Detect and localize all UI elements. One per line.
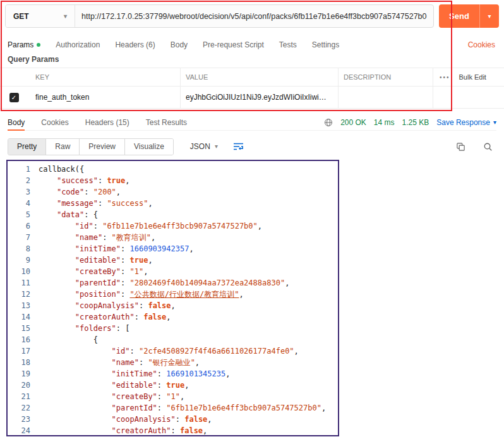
request-url-row: GET ▾ http://172.17.0.25:37799/webroot/d… [5,4,499,28]
column-header-description: DESCRIPTION [338,68,433,86]
response-status-area: 200 OK 14 ms 1.25 KB Save Response ▾ [324,118,496,127]
column-header-key: KEY [28,73,180,81]
line-number-gutter: 123456789101112131415161718192021222324 [8,164,30,435]
code-line: callback({ [39,164,326,175]
response-body-viewer[interactable]: 123456789101112131415161718192021222324 … [6,160,339,436]
line-number: 8 [8,243,30,254]
code-line: "message": "success", [39,198,326,209]
view-tab-pretty[interactable]: Pretty [8,139,46,155]
code-line: "data": { [39,209,326,220]
response-tab-cookies[interactable]: Cookies [41,115,68,131]
params-active-dot-icon [37,43,40,47]
tab-authorization[interactable]: Authorization [56,40,100,49]
chevron-down-icon: ▾ [493,119,496,126]
send-options-button[interactable]: ▾ [479,4,499,28]
code-line: "editable": true, [39,380,326,391]
format-label: JSON [190,142,210,151]
line-number: 22 [8,402,30,414]
code-line: { [39,334,326,345]
response-toolbar-icons [456,142,496,152]
view-mode-segmented-control: Pretty Raw Preview Visualize [8,138,174,155]
line-number: 17 [8,345,30,357]
bulk-edit-button[interactable]: Bulk Edit [459,73,486,81]
code-line: "parentId": "2802469f40b14094aa7372ea248… [39,277,326,289]
chevron-down-icon: ▾ [215,143,218,150]
line-number: 23 [8,414,30,425]
send-button[interactable]: Send [439,4,479,28]
response-tabs-bar: Body Cookies Headers (15) Test Results 2… [8,115,496,131]
code-line: "folders": [ [39,323,326,334]
response-time: 14 ms [374,118,395,127]
line-number: 19 [8,368,30,380]
line-number: 6 [8,220,30,232]
save-response-button[interactable]: Save Response ▾ [436,118,496,127]
view-tab-raw[interactable]: Raw [46,139,80,155]
response-tab-headers[interactable]: Headers (15) [85,115,129,131]
cookies-link[interactable]: Cookies [468,40,495,49]
chevron-down-icon: ▾ [64,13,67,20]
query-params-header-row: KEY VALUE DESCRIPTION ••• Bulk Edit [0,68,504,87]
line-number: 20 [8,380,30,391]
param-value-text: eyJhbGciOiJIUzI1NiJ9.eyJzdWIiOiIxIiwi… [186,93,327,102]
method-dropdown[interactable]: GET ▾ [6,5,75,27]
wrap-lines-icon[interactable] [233,142,244,151]
postman-window: GET ▾ http://172.17.0.25:37799/webroot/d… [0,0,504,437]
code-line: "id": "6fb11e7b1e6e4ff3bcb907a5747527b0"… [39,220,326,232]
code-line: "coopAnalysis": false, [39,414,326,425]
save-response-label: Save Response [436,118,490,127]
globe-icon [324,118,333,127]
code-line: "id": "2cfe4508927f4f46a6611026177a4fe0"… [39,345,326,357]
tab-headers[interactable]: Headers (6) [115,40,155,49]
line-number: 7 [8,232,30,243]
param-description-field[interactable] [338,87,433,108]
row-actions-cell [433,87,504,108]
tab-body[interactable]: Body [171,40,188,49]
code-line: "coopAnalysis": false, [39,300,326,311]
search-icon[interactable] [483,142,493,152]
more-options-icon[interactable]: ••• [440,74,450,81]
code-line: "success": true, [39,175,326,186]
send-button-group: Send ▾ [439,4,499,28]
format-dropdown[interactable]: JSON ▾ [190,142,218,151]
line-number: 9 [8,254,30,266]
url-input[interactable]: http://172.17.0.25:37799/webroot/decisio… [75,5,433,27]
code-line: "initTime": 1660903942357, [39,243,326,254]
line-number: 12 [8,289,30,300]
line-number: 15 [8,323,30,334]
response-tab-body[interactable]: Body [8,115,25,131]
line-number: 2 [8,175,30,186]
tab-params[interactable]: Params [8,40,40,49]
tab-pre-request-script[interactable]: Pre-request Script [203,40,264,49]
code-line: "createBy": "1", [39,391,326,402]
line-number: 13 [8,300,30,311]
code-line: "parentId": "6fb11e7b1e6e4ff3bcb907a5747… [39,402,326,414]
response-tab-test-results[interactable]: Test Results [146,115,187,131]
copy-icon[interactable] [456,142,465,152]
url-bar: GET ▾ http://172.17.0.25:37799/webroot/d… [5,4,434,28]
code-line: "creatorAuth": false, [39,311,326,323]
line-number: 24 [8,425,30,436]
query-param-row: ✓ fine_auth_token eyJhbGciOiJIUzI1NiJ9.e… [0,87,504,109]
tab-settings[interactable]: Settings [312,40,339,49]
line-number: 18 [8,357,30,368]
code-line: "creatorAuth": false, [39,425,326,435]
view-tab-visualize[interactable]: Visualize [125,139,173,155]
line-number: 5 [8,209,30,220]
row-checkbox-cell: ✓ [0,93,28,102]
response-view-toolbar: Pretty Raw Preview Visualize JSON ▾ [8,137,496,156]
param-key-field[interactable]: fine_auth_token [28,93,180,102]
param-value-field[interactable]: eyJhbGciOiJIUzI1NiJ9.eyJzdWIiOiIxIiwi… [180,87,338,108]
code-line: "position": "公共数据/行业数据/教育培训", [39,289,326,300]
status-badge: 200 OK [340,118,366,127]
line-number: 14 [8,311,30,323]
line-number: 10 [8,266,30,277]
view-tab-preview[interactable]: Preview [80,139,125,155]
header-actions-cell: ••• Bulk Edit [433,68,504,86]
row-checkbox[interactable]: ✓ [9,93,19,102]
tab-tests[interactable]: Tests [279,40,297,49]
code-lines: callback({ "success": true, "code": "200… [30,164,326,435]
query-params-table: KEY VALUE DESCRIPTION ••• Bulk Edit ✓ fi… [0,68,504,109]
code-line: "initTime": 1669101345235, [39,368,326,380]
line-number: 11 [8,277,30,289]
tab-params-label: Params [8,40,33,49]
